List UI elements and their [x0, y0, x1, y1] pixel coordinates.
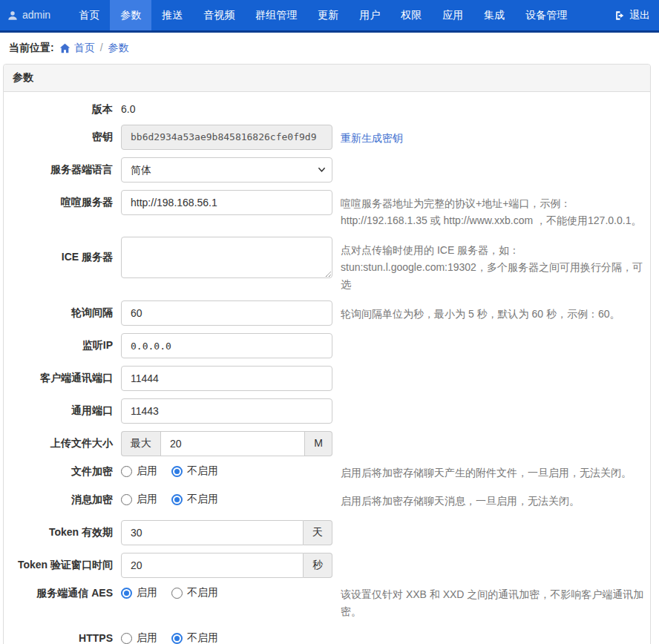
server-help: 喧喧服务器地址为完整的协议+地址+端口，示例：http://192.168.1.…	[341, 190, 650, 229]
radio-label: 不启用	[187, 631, 218, 644]
ice-row: ICE 服务器 点对点传输时使用的 ICE 服务器，如： stun:stun.l…	[4, 237, 650, 293]
secret-row: 密钥 重新生成密钥	[4, 125, 650, 150]
user-brand[interactable]: admin	[0, 0, 59, 30]
common-port-row: 通用端口	[4, 398, 650, 424]
aes-row: 服务端通信 AES 启用 不启用 该设置仅针对 XXB 和 XXD 之间的通讯加…	[4, 585, 650, 620]
breadcrumb-prefix: 当前位置:	[9, 41, 54, 56]
panel-title: 参数	[4, 65, 650, 92]
server-row: 喧喧服务器 喧喧服务器地址为完整的协议+地址+端口，示例：http://192.…	[4, 190, 650, 229]
nav-item-1[interactable]: 首页	[68, 0, 110, 30]
aes-radios: 启用 不启用	[121, 585, 332, 602]
aes-label: 服务端通信 AES	[4, 585, 113, 601]
poll-label: 轮询间隔	[4, 300, 113, 321]
token-expire-input[interactable]	[121, 520, 304, 545]
radio-icon	[171, 494, 183, 505]
nav-item-8[interactable]: 权限	[390, 0, 432, 30]
breadcrumb-home-label: 首页	[74, 41, 95, 56]
nav-item-10[interactable]: 集成	[473, 0, 515, 30]
msg-encrypt-help: 启用后将加密存储聊天消息，一旦启用，无法关闭。	[341, 492, 650, 510]
aes-help: 该设置仅针对 XXB 和 XXD 之间的通讯加密，不影响客户端通讯加密。	[341, 585, 650, 620]
user-icon	[7, 10, 18, 21]
radio-label: 启用	[137, 585, 157, 600]
breadcrumb-separator: /	[100, 41, 103, 56]
token-window-row: Token 验证窗口时间 秒	[4, 553, 650, 578]
upload-unit-addon: M	[305, 431, 332, 456]
https-label: HTTPS	[4, 631, 113, 644]
file-encrypt-radios: 启用 不启用	[121, 464, 332, 481]
secret-input[interactable]	[121, 125, 332, 150]
upload-size-label: 上传文件大小	[4, 431, 113, 451]
home-icon	[59, 43, 71, 53]
token-window-unit-addon: 秒	[304, 553, 332, 578]
radio-label: 不启用	[187, 492, 218, 507]
client-port-input[interactable]	[121, 366, 332, 391]
upload-size-input[interactable]	[160, 431, 305, 456]
radio-icon	[171, 633, 183, 644]
regenerate-secret-link[interactable]: 重新生成密钥	[341, 125, 650, 147]
listen-ip-label: 监听IP	[4, 333, 113, 353]
breadcrumb: 当前位置: 首页 / 参数	[0, 33, 659, 63]
https-radios: 启用 不启用	[121, 631, 332, 644]
sign-out-icon	[614, 10, 625, 21]
logout-button[interactable]: 退出	[606, 0, 659, 30]
language-select[interactable]: 简体	[121, 157, 332, 183]
secret-label: 密钥	[4, 125, 113, 145]
common-port-label: 通用端口	[4, 398, 113, 418]
poll-row: 轮询间隔 轮询间隔单位为秒，最小为 5 秒，默认为 60 秒，示例：60。	[4, 300, 650, 326]
nav-item-4[interactable]: 音视频	[193, 0, 245, 30]
token-expire-label: Token 有效期	[4, 520, 113, 540]
nav-item-11[interactable]: 设备管理	[515, 0, 577, 30]
token-window-input[interactable]	[121, 553, 304, 578]
upload-prefix-addon: 最大	[121, 431, 160, 456]
radio-icon	[121, 588, 132, 599]
ice-help: 点对点传输时使用的 ICE 服务器，如： stun:stun.l.google.…	[341, 237, 650, 293]
server-label: 喧喧服务器	[4, 190, 113, 210]
nav-item-9[interactable]: 应用	[432, 0, 473, 30]
breadcrumb-home-link[interactable]: 首页	[59, 41, 95, 56]
version-value: 6.0	[121, 102, 332, 117]
breadcrumb-current[interactable]: 参数	[108, 41, 129, 56]
file-encrypt-row: 文件加密 启用 不启用 启用后将加密存储聊天产生的附件文件，一旦启用，无法关闭。	[4, 464, 650, 482]
client-port-row: 客户端通讯端口	[4, 366, 650, 391]
language-row: 服务器端语言 简体	[4, 157, 650, 183]
radio-icon	[121, 633, 132, 644]
radio-icon	[171, 588, 183, 599]
radio-label: 启用	[137, 464, 157, 479]
radio-label: 启用	[137, 492, 157, 507]
radio-icon	[121, 466, 132, 477]
file-encrypt-help: 启用后将加密存储聊天产生的附件文件，一旦启用，无法关闭。	[341, 464, 650, 482]
logout-label: 退出	[629, 8, 650, 23]
top-navbar: admin 首页参数推送音视频群组管理更新用户权限应用集成设备管理 退出	[0, 0, 659, 33]
nav-item-3[interactable]: 推送	[151, 0, 193, 30]
nav-item-2[interactable]: 参数	[110, 0, 151, 30]
listen-ip-input[interactable]	[121, 333, 332, 358]
radio-icon	[171, 466, 183, 477]
server-input[interactable]	[121, 190, 332, 215]
msg-encrypt-label: 消息加密	[4, 492, 113, 507]
poll-input[interactable]	[121, 300, 332, 326]
nav-item-7[interactable]: 用户	[349, 0, 390, 30]
version-label: 版本	[4, 102, 113, 117]
https-row: HTTPS 启用 不启用	[4, 631, 650, 644]
file-encrypt-label: 文件加密	[4, 464, 113, 479]
listen-ip-row: 监听IP	[4, 333, 650, 358]
msg-encrypt-radios: 启用 不启用	[121, 492, 332, 509]
nav-item-6[interactable]: 更新	[307, 0, 349, 30]
params-panel: 参数 版本 6.0 密钥 重新生成密钥 服务器端语言 简体 喧喧服务器 喧喧服务…	[3, 64, 651, 644]
radio-icon	[121, 494, 132, 505]
token-window-label: Token 验证窗口时间	[4, 553, 113, 573]
upload-size-row: 上传文件大小 最大 M	[4, 431, 650, 456]
nav-item-5[interactable]: 群组管理	[245, 0, 307, 30]
radio-label: 启用	[137, 631, 157, 644]
client-port-label: 客户端通讯端口	[4, 366, 113, 386]
common-port-input[interactable]	[121, 398, 332, 424]
ice-label: ICE 服务器	[4, 237, 113, 265]
user-name: admin	[22, 8, 50, 23]
radio-label: 不启用	[187, 464, 218, 479]
version-row: 版本 6.0	[4, 102, 650, 117]
token-expire-unit-addon: 天	[304, 520, 332, 545]
radio-label: 不启用	[187, 585, 218, 600]
language-label: 服务器端语言	[4, 157, 113, 177]
poll-help: 轮询间隔单位为秒，最小为 5 秒，默认为 60 秒，示例：60。	[341, 300, 650, 323]
ice-textarea[interactable]	[121, 237, 332, 278]
